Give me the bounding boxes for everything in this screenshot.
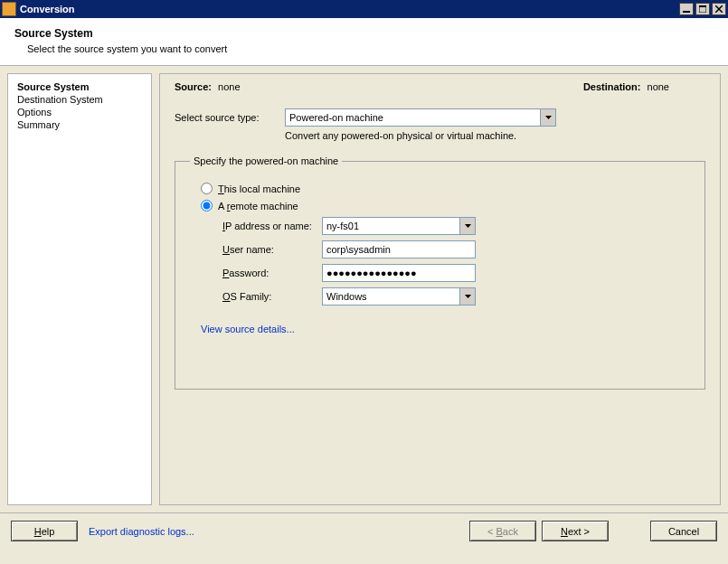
radio-remote-machine[interactable] [201, 200, 213, 212]
next-button[interactable]: Next > [542, 521, 609, 541]
wizard-steps-sidebar: Source System Destination System Options… [7, 73, 152, 505]
view-source-details-link[interactable]: View source details... [201, 324, 295, 334]
destination-label: Destination: [583, 81, 641, 92]
maximize-button[interactable] [695, 3, 710, 15]
content-panel: Source: none Destination: none Select so… [159, 73, 721, 505]
radio-remote-label: A remote machine [218, 201, 298, 212]
sidebar-item-summary[interactable]: Summary [17, 119, 142, 130]
destination-value: none [648, 81, 669, 92]
username-label: User name: [222, 244, 322, 255]
password-input[interactable] [322, 264, 476, 282]
sidebar-item-destination-system[interactable]: Destination System [17, 94, 142, 105]
ip-address-input[interactable] [323, 218, 459, 234]
svg-rect-2 [699, 5, 706, 7]
cancel-button[interactable]: Cancel [650, 521, 717, 541]
ip-address-combo[interactable] [322, 217, 476, 235]
specify-machine-fieldset: Specify the powered-on machine This loca… [175, 155, 705, 390]
chevron-down-icon[interactable] [459, 288, 475, 305]
close-button[interactable] [712, 3, 726, 15]
os-family-label: OS Family: [222, 291, 322, 302]
title-bar: Conversion [0, 0, 728, 18]
svg-marker-7 [465, 295, 471, 298]
sidebar-item-source-system[interactable]: Source System [17, 81, 142, 92]
chevron-down-icon[interactable] [540, 109, 555, 126]
password-label: Password: [222, 268, 322, 278]
username-input[interactable] [322, 240, 476, 258]
help-button[interactable]: Help [11, 521, 78, 541]
source-type-hint: Convert any powered-on physical or virtu… [285, 130, 705, 141]
source-value: none [218, 81, 240, 92]
export-logs-link[interactable]: Export diagnostic logs... [89, 526, 194, 537]
page-title: Source System [14, 27, 714, 40]
svg-rect-0 [683, 11, 690, 13]
window-title: Conversion [20, 4, 75, 14]
source-label: Source: [175, 81, 212, 92]
source-type-value[interactable] [286, 109, 540, 126]
source-type-label: Select source type: [175, 112, 281, 123]
wizard-header: Source System Select the source system y… [0, 18, 728, 66]
wizard-footer: Help Export diagnostic logs... < Back Ne… [0, 512, 728, 549]
minimize-button[interactable] [679, 3, 694, 15]
ip-address-label: IP address or name: [222, 221, 322, 231]
svg-marker-5 [545, 116, 552, 119]
svg-marker-6 [465, 224, 471, 228]
chevron-down-icon[interactable] [459, 218, 475, 234]
radio-local-machine[interactable] [201, 183, 213, 194]
os-family-select[interactable] [322, 287, 476, 306]
sidebar-item-options[interactable]: Options [17, 107, 142, 118]
os-family-value[interactable] [323, 288, 459, 305]
app-icon [2, 2, 16, 16]
page-subtitle: Select the source system you want to con… [27, 43, 714, 54]
back-button[interactable]: < Back [469, 521, 536, 541]
fieldset-legend: Specify the powered-on machine [190, 155, 342, 166]
source-type-select[interactable] [285, 108, 556, 127]
radio-local-label: This local machine [218, 183, 300, 194]
